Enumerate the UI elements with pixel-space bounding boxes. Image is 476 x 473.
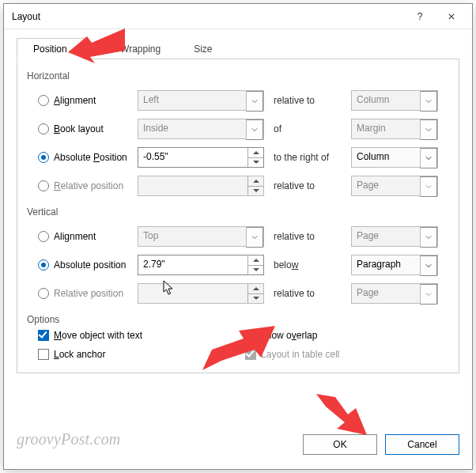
- h-absolute-radio[interactable]: [38, 152, 49, 163]
- v-relative-label: Relative position: [54, 288, 123, 299]
- v-absolute-row: Absolute position 2.79" below Paragraph: [27, 251, 449, 279]
- h-book-row: Book layout Inside of Margin: [27, 115, 449, 143]
- h-book-of-label: of: [264, 123, 351, 134]
- chevron-down-icon: [246, 227, 263, 248]
- allow-overlap-checkbox[interactable]: [245, 330, 256, 341]
- v-absolute-spinner[interactable]: 2.79": [138, 255, 264, 275]
- v-relative-target-combo: Page: [351, 283, 438, 304]
- h-relative-relative-label: relative to: [264, 180, 351, 191]
- spinner-down-icon[interactable]: [248, 266, 263, 275]
- close-icon: [448, 13, 455, 20]
- spinner-up-icon: [248, 176, 263, 187]
- h-alignment-radio[interactable]: [38, 95, 49, 106]
- spinner-down-icon: [248, 294, 263, 304]
- chevron-down-icon: [246, 119, 263, 140]
- h-relative-row: Relative position relative to Page: [27, 172, 449, 200]
- ok-button[interactable]: OK: [303, 434, 377, 455]
- h-relative-label: Relative position: [54, 180, 123, 191]
- h-absolute-row: Absolute Position -0.55" to the right of…: [27, 143, 449, 172]
- tab-strip: Position Text Wrapping Size: [17, 37, 459, 59]
- v-absolute-radio[interactable]: [38, 259, 49, 271]
- v-absolute-label: Absolute position: [54, 259, 126, 271]
- v-relative-row: Relative position relative to Page: [27, 279, 449, 308]
- h-book-radio[interactable]: [38, 123, 49, 134]
- v-relative-spinner: [138, 283, 264, 304]
- tab-size[interactable]: Size: [177, 38, 229, 59]
- h-book-target-combo[interactable]: Margin: [351, 119, 438, 139]
- layout-in-cell-checkbox: [245, 349, 256, 360]
- move-with-text-label: Move object with text: [54, 330, 142, 341]
- h-alignment-label: Alignment: [54, 95, 96, 106]
- tab-text-wrapping[interactable]: Text Wrapping: [84, 38, 177, 59]
- cancel-button[interactable]: Cancel: [385, 434, 459, 455]
- v-relative-relative-label: relative to: [264, 288, 351, 299]
- titlebar: Layout ?: [4, 4, 472, 29]
- h-relative-spinner: [138, 176, 264, 196]
- chevron-down-icon: [246, 91, 263, 112]
- h-absolute-spinner[interactable]: -0.55": [138, 147, 264, 168]
- group-vertical-label: Vertical: [27, 206, 449, 218]
- h-absolute-target-combo[interactable]: Column: [351, 147, 438, 168]
- spinner-up-icon[interactable]: [248, 148, 263, 158]
- chevron-down-icon: [420, 284, 437, 305]
- h-absolute-relative-label: to the right of: [264, 152, 351, 163]
- v-alignment-combo[interactable]: Top: [138, 226, 264, 247]
- v-absolute-target-combo[interactable]: Paragraph: [351, 255, 438, 275]
- spinner-down-icon[interactable]: [248, 158, 263, 168]
- window-title: Layout: [12, 11, 404, 22]
- spinner-up-icon: [248, 284, 263, 294]
- chevron-down-icon: [420, 91, 437, 112]
- layout-dialog: Layout ? Position Text Wrapping Size Hor…: [3, 3, 473, 470]
- chevron-down-icon: [420, 119, 437, 140]
- h-alignment-target-combo[interactable]: Column: [351, 90, 438, 111]
- spinner-down-icon: [248, 187, 263, 196]
- layout-in-cell-label: Layout in table cell: [261, 349, 339, 360]
- watermark: groovyPost.com: [17, 430, 120, 448]
- h-alignment-relative-label: relative to: [264, 95, 351, 106]
- chevron-down-icon: [420, 227, 437, 248]
- lock-anchor-label: Lock anchor: [54, 349, 105, 360]
- h-absolute-label: Absolute Position: [54, 152, 127, 163]
- chevron-down-icon: [420, 255, 437, 276]
- v-alignment-relative-label: relative to: [264, 231, 351, 242]
- spinner-up-icon[interactable]: [248, 255, 263, 266]
- h-book-label: Book layout: [54, 123, 104, 134]
- h-alignment-combo[interactable]: Left: [138, 90, 264, 111]
- chevron-down-icon: [420, 176, 437, 197]
- v-alignment-radio[interactable]: [38, 231, 49, 242]
- group-horizontal-label: Horizontal: [27, 70, 449, 81]
- dialog-footer: OK Cancel: [303, 434, 459, 455]
- v-alignment-target-combo[interactable]: Page: [351, 226, 438, 247]
- group-options-label: Options: [27, 314, 449, 325]
- options-group: Move object with text Lock anchor Allow …: [27, 330, 449, 360]
- h-alignment-row: Alignment Left relative to Column: [27, 86, 449, 115]
- allow-overlap-label: Allow overlap: [261, 330, 317, 341]
- chevron-down-icon: [420, 148, 437, 168]
- h-relative-target-combo: Page: [351, 176, 438, 196]
- lock-anchor-checkbox[interactable]: [38, 349, 49, 360]
- tab-position[interactable]: Position: [17, 38, 84, 59]
- v-alignment-row: Alignment Top relative to Page: [27, 222, 449, 251]
- v-absolute-below-label: below: [264, 259, 351, 271]
- h-relative-radio[interactable]: [38, 180, 49, 191]
- v-relative-radio[interactable]: [38, 288, 49, 299]
- close-button[interactable]: [436, 5, 467, 28]
- move-with-text-checkbox[interactable]: [38, 330, 49, 341]
- help-button[interactable]: ?: [404, 5, 436, 28]
- tab-panel-position: Horizontal Alignment Left relative to Co…: [17, 59, 459, 373]
- h-book-combo[interactable]: Inside: [138, 119, 264, 139]
- v-alignment-label: Alignment: [54, 231, 96, 242]
